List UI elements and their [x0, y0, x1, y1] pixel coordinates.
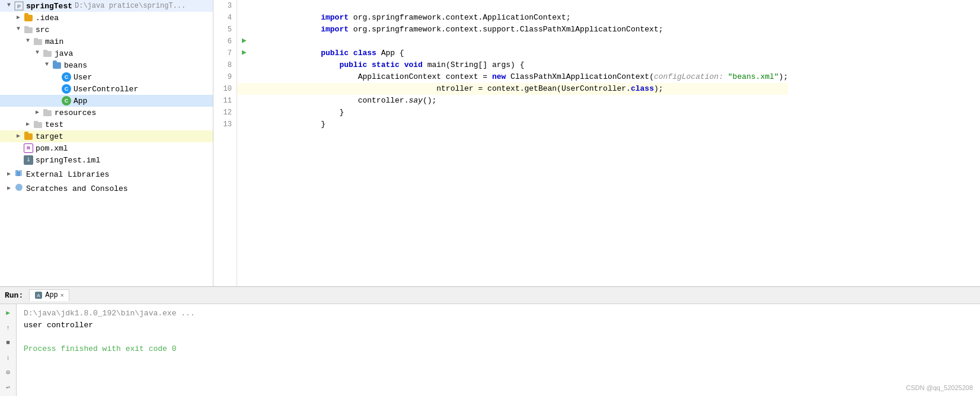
test-arrow: [24, 120, 32, 129]
code-editor[interactable]: 3 4 5 6 7 8 9 10 11 12 13: [213, 0, 980, 286]
user-class-icon: C: [62, 72, 71, 82]
ext-lib-icon: [14, 168, 24, 180]
svg-rect-7: [43, 50, 47, 52]
code-line-8: ApplicationContext context = new ClassPa…: [237, 59, 788, 71]
scratches-icon: [14, 183, 24, 194]
test-folder[interactable]: test: [0, 119, 213, 130]
run-label: Run:: [5, 291, 23, 300]
main-folder-icon: [33, 37, 43, 46]
gutter-6: ▶: [237, 36, 251, 45]
code-content-7[interactable]: public static void main(String[] args) {: [256, 47, 525, 59]
src-folder-icon: [24, 25, 33, 34]
run-app-tab[interactable]: A App ✕: [29, 289, 69, 301]
code-content-3[interactable]: import org.springframework.context.Appli…: [256, 0, 571, 12]
resources-folder[interactable]: resources: [0, 107, 213, 119]
pom-file[interactable]: m pom.xml: [0, 142, 213, 154]
target-arrow: [14, 132, 23, 140]
watermark: CSDN @qq_52025208: [906, 384, 973, 391]
beans-folder[interactable]: beans: [0, 59, 213, 71]
target-folder[interactable]: target: [0, 130, 213, 142]
run-sidebar: ▶ ↑ ■ ↓ ⊙ ↩: [0, 304, 17, 396]
code-line-3: import org.springframework.context.Appli…: [237, 0, 788, 12]
output-success: Process finished with exit code 0: [24, 343, 973, 355]
ext-libraries[interactable]: External Libraries: [0, 167, 213, 181]
uc-class-icon: C: [62, 84, 71, 94]
call-10: ();: [423, 96, 436, 105]
code-content-8[interactable]: ApplicationContext context = new ClassPa…: [256, 59, 788, 71]
run-panel: Run: A App ✕ ▶ ↑ ■ ↓ ⊙ ↩ D:\java\jdk1.8.…: [0, 286, 980, 396]
code-content-4[interactable]: import org.springframework.context.suppo…: [256, 12, 663, 24]
close-class-12: }: [321, 120, 325, 129]
svg-rect-5: [34, 38, 38, 40]
line-numbers: 3 4 5 6 7 8 9 10 11 12 13: [213, 0, 237, 286]
beans-folder-icon: [52, 60, 62, 70]
pom-label: pom.xml: [36, 144, 68, 153]
idea-label: .idea: [36, 14, 59, 23]
run-play-button[interactable]: ▶: [2, 306, 15, 319]
svg-rect-3: [24, 26, 28, 28]
svg-rect-11: [34, 121, 38, 123]
run-content: ▶ ↑ ■ ↓ ⊙ ↩ D:\java\jdk1.8.0_192\bin\jav…: [0, 304, 980, 396]
run-stop-button[interactable]: ■: [2, 336, 15, 349]
ext-arrow: [5, 170, 13, 178]
iml-file[interactable]: i springTest.iml: [0, 154, 213, 166]
idea-folder[interactable]: .idea: [0, 12, 213, 24]
code-content-5[interactable]: [256, 24, 261, 36]
res-folder-icon: [43, 108, 52, 117]
svg-text:P: P: [17, 4, 21, 9]
run-header: Run: A App ✕: [0, 287, 980, 304]
main-label: main: [45, 37, 63, 46]
ln-12: 12: [218, 107, 232, 119]
test-folder-icon: [33, 120, 43, 129]
project-root[interactable]: P springTest D:\java pratice\springT...: [0, 0, 213, 12]
iml-icon: i: [24, 155, 33, 165]
iml-label: springTest.iml: [36, 156, 100, 165]
project-sidebar: P springTest D:\java pratice\springT... …: [0, 0, 213, 286]
user-controller-class[interactable]: C UserController: [0, 83, 213, 95]
beans-label: beans: [64, 61, 87, 70]
resources-label: resources: [55, 108, 96, 117]
java-label: java: [55, 49, 73, 58]
code-line-7: ▶ public static void main(String[] args)…: [237, 47, 788, 59]
test-label: test: [45, 120, 63, 129]
code-content-13[interactable]: [256, 119, 261, 130]
main-folder[interactable]: main: [0, 36, 213, 47]
run-down-button[interactable]: ↓: [2, 352, 15, 364]
target-folder-icon: [24, 132, 33, 141]
app-class-icon: C: [62, 96, 71, 106]
uc-label: UserController: [74, 85, 138, 94]
run-arrow-7[interactable]: ▶: [242, 47, 247, 57]
run-camera-button[interactable]: ⊙: [2, 366, 15, 379]
project-name: springTest: [26, 2, 72, 11]
class-kw-9: class: [631, 84, 654, 93]
code-content-12[interactable]: }: [256, 107, 325, 119]
src-label: src: [36, 25, 49, 34]
code-content-11[interactable]: }: [256, 95, 344, 107]
param-hint-8: configLocation:: [654, 72, 728, 81]
app-class[interactable]: C App: [0, 95, 213, 107]
scratches-label: Scratches and Consoles: [26, 184, 128, 193]
code-line-12: }: [237, 107, 788, 119]
run-arrow-6[interactable]: ▶: [242, 36, 247, 45]
string-8: "beans.xml": [728, 72, 779, 81]
src-arrow: [14, 25, 23, 34]
scratches[interactable]: Scratches and Consoles: [0, 181, 213, 196]
code-line-6: ▶ public class App {: [237, 36, 788, 47]
run-wrap-button[interactable]: ↩: [2, 381, 15, 394]
run-up-button[interactable]: ↑: [2, 321, 15, 334]
code-content-9[interactable]: UserController controller = context.getB…: [256, 71, 663, 83]
src-folder[interactable]: src: [0, 24, 213, 36]
gutter-7: ▶: [237, 47, 251, 57]
user-label: User: [74, 73, 92, 82]
svg-rect-9: [43, 109, 47, 111]
code-content-10[interactable]: controller.say();: [256, 83, 436, 95]
project-path: D:\java pratice\springT...: [75, 2, 186, 10]
run-tab-close[interactable]: ✕: [60, 292, 64, 299]
code-content-6[interactable]: public class App {: [256, 36, 404, 47]
ln-9: 9: [218, 71, 232, 83]
java-folder[interactable]: java: [0, 47, 213, 59]
pom-icon: m: [24, 143, 33, 153]
ln-5: 5: [218, 24, 232, 36]
scratches-arrow: [5, 184, 13, 193]
user-class[interactable]: C User: [0, 71, 213, 83]
